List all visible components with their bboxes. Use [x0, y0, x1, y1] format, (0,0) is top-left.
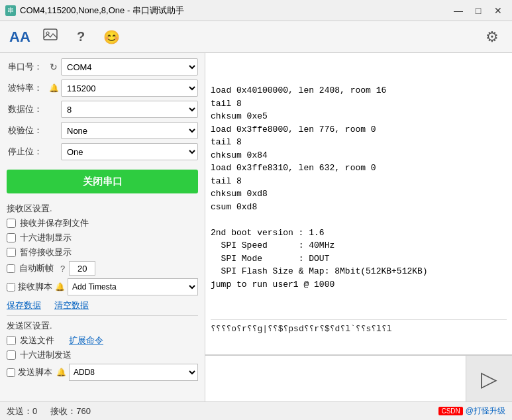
send-file-checkbox[interactable]: [7, 336, 16, 345]
svg-rect-0: [44, 29, 57, 40]
image-button[interactable]: [38, 25, 62, 49]
garbled-line: ⸮⸮⸮⸮o⸮r⸮⸮g|⸮⸮$⸮psd⸮⸮r⸮$⸮d⸮l`⸮⸮s⸮l⸮l: [211, 319, 507, 336]
save-to-file-checkbox[interactable]: [7, 219, 16, 228]
send-script-label: 发送脚本: [18, 366, 52, 378]
pause-display-checkbox[interactable]: [7, 248, 16, 257]
title-bar-left: 串 COM4,115200,None,8,One - 串口调试助手: [5, 5, 184, 17]
save-data-link[interactable]: 保存数据: [7, 299, 41, 311]
receive-section-title: 接收区设置.: [7, 203, 198, 215]
title-bar: 串 COM4,115200,None,8,One - 串口调试助手 — □ ✕: [0, 0, 512, 21]
receive-area[interactable]: load 0x40100000, len 2408, room 16 tail …: [205, 53, 512, 355]
emoji-icon: 😊: [103, 29, 120, 45]
hex-send-checkbox[interactable]: [7, 350, 16, 360]
send-script-row: 发送脚本 🔔 ADD8: [7, 364, 198, 381]
maximize-button[interactable]: □: [470, 4, 487, 17]
receive-count-value: 760: [76, 406, 91, 416]
send-file-label: 发送文件: [20, 335, 54, 346]
databits-label: 数据位：: [7, 103, 46, 115]
autobreak-row: 自动断帧 ?: [7, 261, 198, 276]
baud-label: 波特率：: [7, 82, 46, 94]
hex-display-row: 十六进制显示: [7, 232, 198, 244]
parity-select[interactable]: None: [61, 122, 198, 139]
parity-row: 校验位： None: [7, 122, 198, 139]
send-count-label: 发送：: [7, 406, 32, 416]
receive-status: 接收：760: [50, 405, 91, 417]
close-port-button[interactable]: 关闭串口: [7, 170, 198, 193]
csdn-badge: CSDN: [438, 407, 462, 415]
receive-count-label: 接收：: [50, 406, 76, 416]
hex-send-row: 十六进制发送: [7, 349, 198, 361]
right-panel: load 0x40100000, len 2408, room 16 tail …: [205, 53, 512, 401]
send-script-select[interactable]: ADD8: [69, 364, 198, 381]
send-count-value: 0: [32, 406, 37, 416]
receive-content: load 0x40100000, len 2408, room 16 tail …: [211, 84, 507, 291]
send-button[interactable]: ▷: [466, 356, 512, 401]
refresh-port-icon[interactable]: ↻: [46, 60, 61, 74]
autobreak-help-icon[interactable]: ?: [60, 264, 65, 274]
send-area-container: ▷: [205, 355, 512, 401]
databits-select[interactable]: 8: [61, 101, 198, 118]
baud-icon: 🔔: [46, 81, 61, 95]
section-divider: [7, 315, 198, 316]
port-row: 串口号： ↻ COM4: [7, 58, 198, 76]
receive-script-checkbox[interactable]: [7, 283, 15, 291]
receive-script-select[interactable]: Add Timesta: [68, 278, 198, 295]
pause-display-label: 暂停接收显示: [20, 246, 72, 258]
app-icon: 串: [5, 5, 16, 16]
pause-display-row: 暂停接收显示: [7, 246, 198, 258]
close-button[interactable]: ✕: [489, 4, 507, 17]
autobreak-checkbox[interactable]: [7, 264, 15, 273]
hex-send-label: 十六进制发送: [20, 349, 72, 361]
font-icon: AA: [9, 28, 30, 46]
window-title: COM4,115200,None,8,One - 串口调试助手: [20, 5, 184, 17]
send-input[interactable]: [205, 356, 466, 401]
port-select[interactable]: COM4: [61, 58, 198, 76]
send-file-row: 发送文件 扩展命令: [7, 335, 198, 346]
hex-display-label: 十六进制显示: [20, 232, 72, 244]
gear-icon: ⚙: [486, 28, 499, 46]
image-icon: [43, 28, 58, 45]
autobreak-value-input[interactable]: [69, 261, 95, 276]
save-to-file-label: 接收并保存到文件: [20, 217, 89, 229]
toolbar-left: AA ? 😊: [8, 25, 123, 49]
left-panel: 串口号： ↻ COM4 波特率： 🔔 115200 数据位： 8 校验位： No: [0, 53, 205, 401]
autobreak-label: 自动断帧: [19, 262, 54, 274]
toolbar: AA ? 😊 ⚙: [0, 21, 512, 53]
baud-row: 波特率： 🔔 115200: [7, 79, 198, 97]
data-links: 保存数据 清空数据: [7, 299, 198, 311]
baud-select[interactable]: 115200: [61, 79, 198, 97]
extend-cmd-link[interactable]: 扩展命令: [69, 335, 103, 346]
title-bar-controls: — □ ✕: [450, 4, 507, 17]
save-to-file-row: 接收并保存到文件: [7, 217, 198, 229]
port-label: 串口号：: [7, 61, 46, 73]
main-content: 串口号： ↻ COM4 波特率： 🔔 115200 数据位： 8 校验位： No: [0, 53, 512, 401]
send-section-title: 发送区设置.: [7, 320, 198, 332]
clear-data-link[interactable]: 清空数据: [54, 299, 89, 311]
receive-script-row: 接收脚本 🔔 Add Timesta: [7, 278, 198, 295]
help-button[interactable]: ?: [69, 25, 93, 49]
minimize-button[interactable]: —: [450, 4, 467, 17]
author-name: @打怪升级: [466, 405, 505, 417]
databits-row: 数据位： 8: [7, 101, 198, 118]
emoji-button[interactable]: 😊: [99, 25, 123, 49]
parity-label: 校验位：: [7, 125, 46, 136]
question-icon: ?: [77, 29, 85, 44]
settings-button[interactable]: ⚙: [480, 25, 504, 49]
send-status: 发送：0: [7, 405, 37, 417]
send-script-checkbox[interactable]: [7, 368, 15, 377]
receive-script-label: 接收脚本: [18, 281, 52, 293]
font-size-button[interactable]: AA: [8, 25, 32, 49]
stopbits-row: 停止位： One: [7, 143, 198, 160]
status-bar: 发送：0 接收：760 CSDN @打怪升级: [0, 401, 512, 420]
author-info: CSDN @打怪升级: [438, 405, 505, 417]
send-arrow-icon: ▷: [481, 366, 497, 392]
send-script-icon: 🔔: [56, 368, 66, 377]
receive-script-icon: 🔔: [55, 282, 65, 291]
hex-display-checkbox[interactable]: [7, 233, 16, 242]
stopbits-label: 停止位：: [7, 146, 46, 158]
stopbits-select[interactable]: One: [61, 143, 198, 160]
